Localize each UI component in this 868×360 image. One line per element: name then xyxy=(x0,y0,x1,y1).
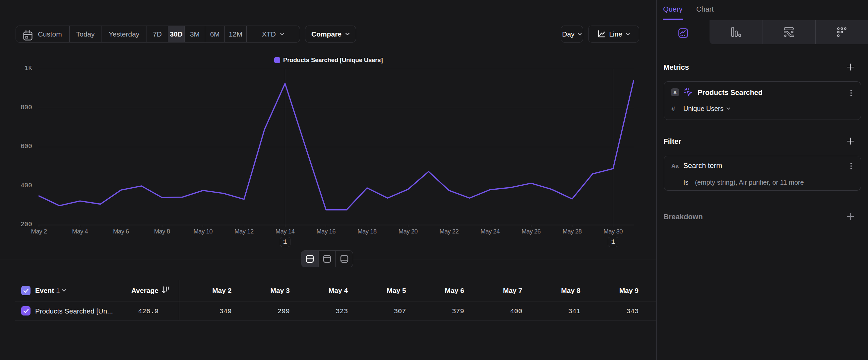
svg-text:May 16: May 16 xyxy=(316,228,336,235)
svg-text:May 2: May 2 xyxy=(31,228,47,235)
svg-text:May 22: May 22 xyxy=(440,228,459,235)
svg-text:May 20: May 20 xyxy=(399,228,418,235)
svg-text:200: 200 xyxy=(21,221,32,228)
svg-text:May 8: May 8 xyxy=(154,228,170,235)
svg-text:400: 400 xyxy=(21,182,32,189)
svg-text:May 4: May 4 xyxy=(72,228,88,235)
svg-text:800: 800 xyxy=(21,104,32,111)
svg-text:May 26: May 26 xyxy=(522,228,541,235)
svg-text:May 12: May 12 xyxy=(235,228,254,235)
svg-text:May 28: May 28 xyxy=(563,228,582,235)
svg-text:May 18: May 18 xyxy=(358,228,377,235)
svg-text:May 10: May 10 xyxy=(193,228,213,235)
svg-text:1K: 1K xyxy=(25,65,32,72)
svg-text:May 6: May 6 xyxy=(113,228,129,235)
svg-text:600: 600 xyxy=(21,143,32,150)
svg-text:May 30: May 30 xyxy=(603,228,623,235)
svg-text:May 24: May 24 xyxy=(480,228,500,235)
svg-text:May 14: May 14 xyxy=(276,228,295,235)
